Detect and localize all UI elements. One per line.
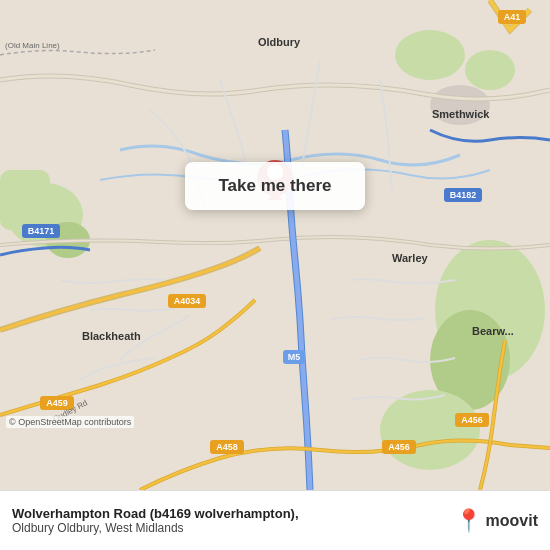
svg-text:Oldbury: Oldbury xyxy=(258,36,301,48)
svg-text:Blackheath: Blackheath xyxy=(82,330,141,342)
svg-point-4 xyxy=(395,30,465,80)
take-me-there-button[interactable]: Take me there xyxy=(218,176,331,196)
location-title: Wolverhampton Road (b4169 wolverhampton)… xyxy=(12,506,445,521)
moovit-logo-text: moovit xyxy=(486,512,538,530)
svg-text:A458: A458 xyxy=(216,442,238,452)
svg-text:B4171: B4171 xyxy=(28,226,55,236)
svg-text:A4034: A4034 xyxy=(174,296,201,306)
svg-point-8 xyxy=(380,390,480,470)
bottom-bar: Wolverhampton Road (b4169 wolverhampton)… xyxy=(0,490,550,550)
svg-text:Warley: Warley xyxy=(392,252,429,264)
svg-text:A459: A459 xyxy=(46,398,68,408)
svg-text:A456: A456 xyxy=(388,442,410,452)
svg-text:B4182: B4182 xyxy=(450,190,477,200)
svg-text:Bearw...: Bearw... xyxy=(472,325,514,337)
svg-point-5 xyxy=(465,50,515,90)
map-container: Oldbury Smethwick Warley Bearw... Blackh… xyxy=(0,0,550,490)
svg-rect-3 xyxy=(0,170,50,230)
moovit-pin-icon: 📍 xyxy=(455,508,482,534)
moovit-logo: 📍 moovit xyxy=(455,508,538,534)
location-subtitle: Oldbury Oldbury, West Midlands xyxy=(12,521,445,535)
svg-text:Smethwick: Smethwick xyxy=(432,108,490,120)
copyright-text: © OpenStreetMap contributors xyxy=(6,416,134,428)
svg-text:A456: A456 xyxy=(461,415,483,425)
svg-text:A41: A41 xyxy=(504,12,521,22)
location-info: Wolverhampton Road (b4169 wolverhampton)… xyxy=(12,506,445,535)
svg-text:(Old Main Line): (Old Main Line) xyxy=(5,41,60,50)
tooltip-popup: Take me there xyxy=(185,162,365,210)
svg-text:M5: M5 xyxy=(288,352,301,362)
